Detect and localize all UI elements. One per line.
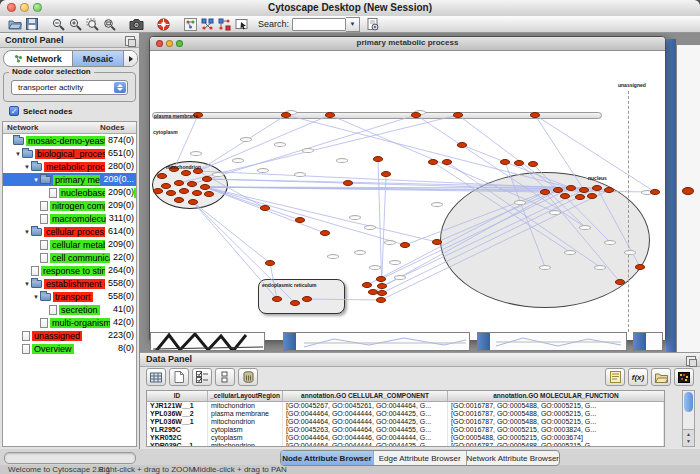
table-row[interactable]: YLR295Ccytoplasm[GO:0045263, GO:0044464,… (147, 426, 664, 434)
network-node[interactable] (381, 171, 391, 177)
cell-region[interactable]: cytoplasm (208, 426, 283, 434)
scrollbar-thumb[interactable] (684, 392, 693, 412)
search-options-button[interactable] (364, 17, 381, 32)
select-nodes-checkbox[interactable] (9, 106, 19, 116)
expander-icon[interactable]: ▼ (14, 151, 22, 157)
cell-region[interactable]: mitochondrion (208, 402, 283, 410)
background-window-edge[interactable] (666, 39, 676, 352)
tree-row[interactable]: nitrogen compoun209(0) (3, 199, 136, 212)
network-edge[interactable] (198, 115, 286, 171)
network-edge[interactable] (433, 162, 570, 252)
network-node[interactable] (682, 187, 694, 195)
network-node-small[interactable] (274, 142, 286, 147)
scroll-up-icon[interactable]: ▲ (686, 431, 691, 438)
cell-mf[interactable]: [GO:0016787, GO:0005488, GO:0005215, G..… (448, 418, 664, 426)
tab-node-attribute-browser[interactable]: Node Attribute Browser (281, 451, 373, 465)
col-id[interactable]: ID (147, 391, 208, 401)
tree-row[interactable]: macromolecule m311(0) (3, 212, 136, 225)
network-node[interactable] (428, 159, 438, 165)
expander-icon[interactable]: ▼ (32, 294, 40, 300)
network-node-small[interactable] (349, 215, 361, 220)
background-window-strip[interactable] (283, 332, 470, 351)
tab-network[interactable]: Network (4, 51, 72, 66)
network-node-small[interactable] (431, 202, 443, 207)
network-node[interactable] (540, 189, 550, 195)
network-node[interactable] (295, 217, 305, 223)
network-node[interactable] (174, 180, 184, 186)
network-node[interactable] (320, 230, 330, 236)
create-attribute-button[interactable] (169, 368, 189, 386)
attribute-checklist-button[interactable] (192, 368, 212, 386)
cell-region[interactable]: mitochondrion (208, 442, 283, 447)
cell-region[interactable]: cytoplasm (208, 434, 283, 442)
scroll-down-icon[interactable]: ▼ (686, 438, 691, 445)
network-node[interactable] (272, 296, 282, 302)
network-node[interactable] (161, 183, 171, 189)
cell-cc[interactable]: [GO:0044464, GO:0044444, GO:0044425, G..… (283, 410, 448, 418)
network-node[interactable] (200, 184, 210, 190)
network-node-small[interactable] (394, 275, 406, 280)
network-node[interactable] (592, 185, 602, 191)
zoom-selected-button[interactable] (84, 17, 101, 32)
col-go-molecular-function[interactable]: annotation.GO MOLECULAR_FUNCTION (448, 391, 664, 401)
network-node[interactable] (187, 181, 197, 187)
col-go-cellular-component[interactable]: annotation.GO CELLULAR_COMPONENT (283, 391, 448, 401)
tab-network-attribute-browser[interactable]: Network Attribute Browser (466, 451, 559, 465)
network-node[interactable] (290, 300, 300, 306)
network-node[interactable] (530, 112, 540, 118)
network-node-small[interactable] (384, 240, 396, 245)
network-node[interactable] (376, 297, 386, 303)
tree-row[interactable]: cell communicati22(0) (3, 251, 136, 264)
float-panel-icon[interactable] (125, 36, 135, 46)
network-node[interactable] (302, 296, 312, 302)
network-node[interactable] (204, 191, 214, 197)
background-window-strip[interactable] (633, 332, 663, 351)
network-node[interactable] (604, 187, 614, 193)
zoom-fit-button[interactable] (101, 17, 118, 32)
cell-cc[interactable]: [GO:0044464, GO:0044444, GO:0044425, G..… (283, 418, 448, 426)
network-edge[interactable] (174, 115, 198, 169)
snapshot-button[interactable] (128, 17, 145, 32)
network-node-small[interactable] (564, 250, 576, 255)
tree-col-network[interactable]: Network (7, 122, 39, 133)
network-node-small[interactable] (190, 151, 202, 156)
cell-mf[interactable]: [GO:0016787, GO:0005488, GO:0005215, G..… (448, 402, 664, 410)
network-node[interactable] (457, 142, 467, 148)
network-node-small[interactable] (232, 158, 244, 163)
tree-row[interactable]: response to stimulu264(0) (3, 264, 136, 277)
network-node[interactable] (260, 205, 270, 211)
cell-id[interactable]: YPL036W__1 (147, 418, 208, 426)
network-node[interactable] (635, 264, 645, 270)
network-edge[interactable] (597, 188, 640, 267)
matrix-view-button[interactable] (674, 368, 694, 386)
save-session-button[interactable] (23, 17, 40, 32)
network-edge[interactable] (270, 263, 277, 299)
cell-region[interactable]: plasma membrane (208, 410, 283, 418)
network-node[interactable] (587, 193, 597, 199)
cell-cc[interactable]: [GO:0045267, GO:0045261, GO:0044464, G..… (283, 402, 448, 410)
table-row[interactable]: YJR121W__1mitochondrion[GO:0045267, GO:0… (147, 402, 664, 410)
background-window-art[interactable] (150, 332, 265, 351)
network-node[interactable] (376, 276, 386, 282)
network-edge[interactable] (307, 299, 381, 300)
network-node-small[interactable] (389, 260, 401, 265)
cell-id[interactable]: YPL036W__2 (147, 410, 208, 418)
network-edge[interactable] (193, 202, 270, 263)
network-edge[interactable] (382, 188, 597, 293)
network-node-small[interactable] (514, 200, 526, 205)
network-node-small[interactable] (364, 225, 376, 230)
expander-icon[interactable]: ▼ (23, 164, 31, 170)
network-node[interactable] (181, 170, 191, 176)
table-row[interactable]: YKR052Ccytoplasm[GO:0044464, GO:0044446,… (147, 434, 664, 442)
layout-tool-button[interactable] (199, 17, 216, 32)
expander-icon[interactable]: ▼ (23, 229, 31, 235)
network-node-small[interactable] (539, 265, 551, 270)
table-scrollbar[interactable]: ▲▼ (682, 390, 695, 447)
network-node[interactable] (377, 290, 387, 296)
search-dropdown-button[interactable]: ▼ (346, 17, 360, 32)
select-attributes-button[interactable] (146, 368, 166, 386)
background-window-sliver[interactable] (676, 44, 700, 352)
zoom-out-button[interactable] (50, 17, 67, 32)
scrollbar-arrows[interactable]: ▲▼ (683, 429, 694, 446)
delete-attribute-button[interactable] (238, 368, 258, 386)
